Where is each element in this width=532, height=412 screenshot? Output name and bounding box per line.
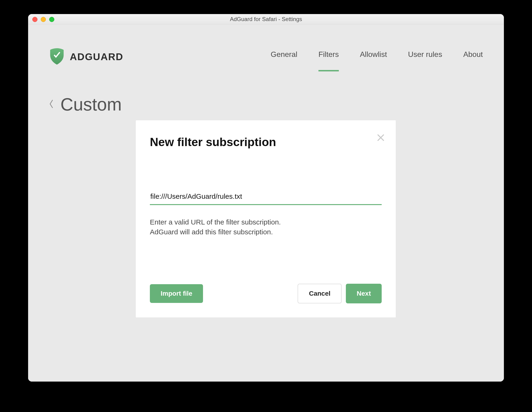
chevron-left-icon[interactable] bbox=[49, 100, 54, 109]
tab-filters[interactable]: Filters bbox=[318, 50, 339, 64]
cancel-button[interactable]: Cancel bbox=[298, 284, 342, 303]
window-controls bbox=[32, 17, 54, 22]
tab-allowlist[interactable]: Allowlist bbox=[360, 50, 387, 64]
import-file-button[interactable]: Import file bbox=[150, 284, 203, 303]
tab-about[interactable]: About bbox=[463, 50, 483, 64]
brand: ADGUARD bbox=[49, 48, 124, 66]
tab-user-rules[interactable]: User rules bbox=[408, 50, 442, 64]
modal-help-line1: Enter a valid URL of the filter subscrip… bbox=[150, 217, 382, 227]
shield-logo-icon bbox=[49, 48, 65, 66]
modal-help-line2: AdGuard will add this filter subscriptio… bbox=[150, 227, 382, 237]
nav-tabs: General Filters Allowlist User rules Abo… bbox=[271, 50, 483, 64]
new-filter-modal: New filter subscription Enter a valid UR… bbox=[136, 120, 396, 318]
modal-title: New filter subscription bbox=[150, 135, 382, 149]
modal-help-text: Enter a valid URL of the filter subscrip… bbox=[150, 217, 382, 237]
page-title: Custom bbox=[60, 94, 122, 114]
modal-buttons: Import file Cancel Next bbox=[150, 284, 382, 303]
tab-general[interactable]: General bbox=[271, 50, 297, 64]
minimize-window-button[interactable] bbox=[41, 17, 46, 22]
brand-name: ADGUARD bbox=[70, 51, 124, 63]
zoom-window-button[interactable] bbox=[49, 17, 54, 22]
close-icon[interactable] bbox=[377, 133, 385, 142]
header: ADGUARD General Filters Allowlist User r… bbox=[28, 24, 504, 66]
app-window: AdGuard for Safari - Settings bbox=[28, 14, 504, 382]
breadcrumb: Custom bbox=[28, 66, 504, 114]
close-window-button[interactable] bbox=[32, 17, 38, 22]
next-button[interactable]: Next bbox=[346, 284, 382, 303]
window-content: ADGUARD General Filters Allowlist User r… bbox=[28, 24, 504, 382]
window-title: AdGuard for Safari - Settings bbox=[28, 16, 504, 22]
filter-url-input[interactable] bbox=[150, 191, 382, 205]
titlebar: AdGuard for Safari - Settings bbox=[28, 14, 504, 24]
